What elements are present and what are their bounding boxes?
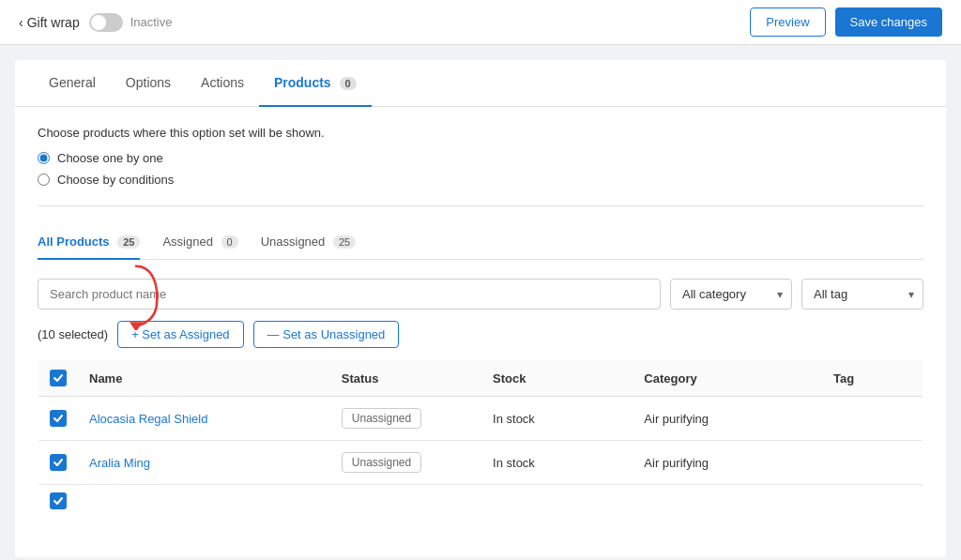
- row2-checkbox[interactable]: [50, 454, 67, 471]
- subtab-assigned[interactable]: Assigned 0: [162, 225, 237, 260]
- row1-status: Unassigned: [330, 397, 481, 441]
- preview-button[interactable]: Preview: [750, 8, 825, 37]
- row2-status: Unassigned: [330, 441, 481, 485]
- row1-checkbox[interactable]: [50, 410, 67, 427]
- table-row: Aralia Ming Unassigned In stock Air puri…: [38, 441, 923, 485]
- th-status: Status: [330, 360, 481, 397]
- row1-name: Alocasia Regal Shield: [78, 397, 330, 441]
- th-stock: Stock: [481, 360, 633, 397]
- status-label: Inactive: [130, 15, 173, 29]
- row1-checkbox-cell: [38, 397, 79, 441]
- toggle-wrap: Inactive: [89, 13, 173, 32]
- tab-actions[interactable]: Actions: [186, 60, 259, 107]
- row2-status-badge: Unassigned: [342, 452, 421, 473]
- row1-product-link[interactable]: Alocasia Regal Shield: [89, 412, 207, 426]
- radio-group: Choose one by one Choose by conditions: [38, 151, 923, 187]
- top-bar-right: Preview Save changes: [750, 8, 942, 37]
- top-bar-left: ‹ Gift wrap Inactive: [19, 13, 173, 32]
- th-checkbox: [38, 360, 79, 397]
- radio-one-by-one-label: Choose one by one: [57, 151, 163, 165]
- row2-checkbox-cell: [38, 441, 79, 485]
- radio-by-conditions[interactable]: Choose by conditions: [38, 173, 923, 187]
- choose-label: Choose products where this option set wi…: [38, 126, 923, 140]
- radio-one-by-one[interactable]: Choose one by one: [38, 151, 923, 165]
- save-button[interactable]: Save changes: [835, 8, 942, 37]
- set-as-assigned-button[interactable]: + Set as Assigned: [117, 321, 243, 348]
- main-content: General Options Actions Products 0 Choos…: [15, 60, 946, 557]
- row2-product-link[interactable]: Aralia Ming: [89, 456, 150, 470]
- main-tabs: General Options Actions Products 0: [15, 60, 946, 107]
- subtab-unassigned[interactable]: Unassigned 25: [261, 225, 357, 260]
- table-row-partial: [38, 485, 923, 518]
- page-title: Gift wrap: [27, 15, 80, 30]
- search-input[interactable]: [38, 279, 661, 310]
- radio-by-conditions-label: Choose by conditions: [57, 173, 174, 187]
- table-header-row: Name Status Stock Category Tag: [38, 360, 923, 397]
- radio-one-by-one-input[interactable]: [38, 152, 50, 164]
- select-all-checkbox[interactable]: [50, 370, 67, 386]
- row2-stock: In stock: [481, 441, 633, 485]
- row1-status-badge: Unassigned: [342, 408, 421, 429]
- row2-tag: [822, 441, 923, 485]
- set-as-unassigned-button[interactable]: — Set as Unassigned: [253, 321, 400, 348]
- row1-category: Air purifying: [633, 397, 822, 441]
- all-products-badge: 25: [117, 235, 140, 249]
- top-bar: ‹ Gift wrap Inactive Preview Save change…: [0, 0, 961, 45]
- content-area: Choose products where this option set wi…: [15, 107, 946, 537]
- th-tag: Tag: [822, 360, 923, 397]
- products-tab-badge: 0: [340, 77, 357, 90]
- subtab-all-products[interactable]: All Products 25: [38, 225, 140, 260]
- row2-category: Air purifying: [633, 441, 822, 485]
- back-arrow-icon: ‹: [19, 15, 23, 30]
- assigned-badge: 0: [221, 235, 238, 249]
- th-category: Category: [633, 360, 822, 397]
- search-row: All category Air purifying Decorative Al…: [38, 279, 923, 310]
- table-row: Alocasia Regal Shield Unassigned In stoc…: [38, 397, 923, 441]
- unassigned-badge: 25: [333, 235, 356, 249]
- row2-name: Aralia Ming: [78, 441, 330, 485]
- action-row: (10 selected) + Set as Assigned — Set as…: [38, 321, 923, 348]
- product-table: Name Status Stock Category Tag: [38, 359, 923, 518]
- row1-stock: In stock: [481, 397, 633, 441]
- category-select-wrap: All category Air purifying Decorative: [670, 279, 792, 310]
- divider: [38, 205, 923, 206]
- category-select[interactable]: All category Air purifying Decorative: [670, 279, 792, 310]
- th-name: Name: [78, 360, 330, 397]
- tab-options[interactable]: Options: [111, 60, 186, 107]
- row3-checkbox[interactable]: [50, 492, 67, 509]
- row1-tag: [822, 397, 923, 441]
- search-input-wrap: [38, 279, 661, 310]
- back-link[interactable]: ‹ Gift wrap: [19, 15, 80, 30]
- tab-general[interactable]: General: [34, 60, 111, 107]
- row3-partial: [78, 485, 923, 518]
- tag-select-wrap: All tag: [801, 279, 923, 310]
- sub-tabs: All Products 25 Assigned 0 Unassigned 25: [38, 225, 923, 260]
- tab-products[interactable]: Products 0: [259, 60, 372, 107]
- radio-by-conditions-input[interactable]: [38, 174, 50, 186]
- status-toggle[interactable]: [89, 13, 123, 32]
- tag-select[interactable]: All tag: [801, 279, 923, 310]
- row3-checkbox-cell: [38, 485, 79, 518]
- selected-count: (10 selected): [38, 327, 108, 341]
